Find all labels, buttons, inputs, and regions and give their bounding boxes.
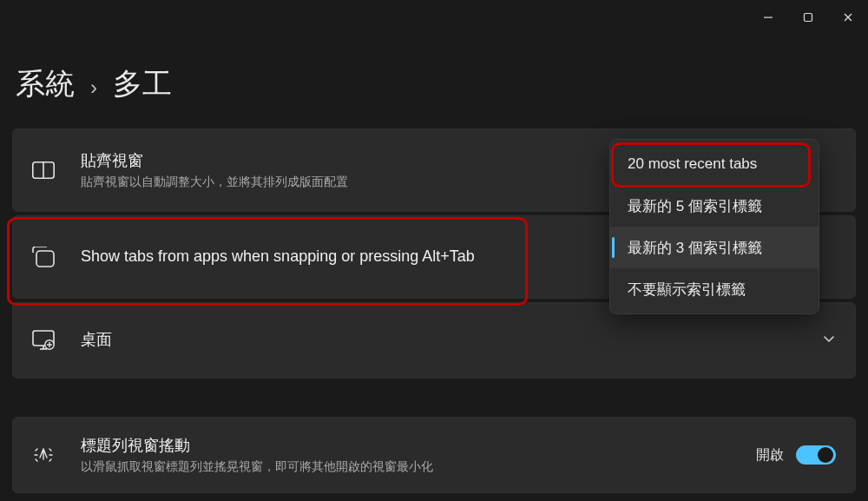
dropdown-option-5[interactable]: 最新的 5 個索引標籤 [610, 185, 819, 227]
tabs-icon [32, 247, 63, 267]
row-title-bar-shake[interactable]: 標題列視窗搖動 以滑鼠抓取視窗標題列並搖晃視窗，即可將其他開啟的視窗最小化 開啟 [12, 417, 856, 493]
chevron-down-icon [822, 332, 836, 349]
svg-rect-0 [764, 17, 773, 18]
dropdown-option-20[interactable]: 20 most recent tabs [610, 143, 819, 185]
breadcrumb: 系統 › 多工 [16, 64, 172, 104]
chevron-right-icon: › [90, 76, 97, 100]
toggle-state-label: 開啟 [756, 446, 784, 465]
maximize-button[interactable] [788, 0, 828, 35]
breadcrumb-root[interactable]: 系統 [16, 64, 75, 104]
row-shake-title: 標題列視窗搖動 [81, 435, 756, 457]
snap-windows-icon [32, 162, 63, 179]
svg-rect-1 [805, 14, 812, 22]
desktop-add-icon [32, 330, 63, 351]
shake-toggle[interactable] [796, 445, 836, 465]
breadcrumb-current: 多工 [113, 64, 172, 104]
dropdown-option-none[interactable]: 不要顯示索引標籤 [610, 268, 819, 310]
close-button[interactable] [828, 0, 868, 35]
svg-rect-4 [36, 251, 54, 267]
window-controls [748, 0, 868, 35]
minimize-button[interactable] [748, 0, 788, 35]
row-desktops-title: 桌面 [81, 329, 822, 351]
shake-icon [32, 444, 63, 466]
tabs-count-dropdown[interactable]: 20 most recent tabs 最新的 5 個索引標籤 最新的 3 個索… [609, 139, 819, 314]
dropdown-option-3[interactable]: 最新的 3 個索引標籤 [610, 227, 819, 268]
row-shake-desc: 以滑鼠抓取視窗標題列並搖晃視窗，即可將其他開啟的視窗最小化 [81, 458, 756, 476]
